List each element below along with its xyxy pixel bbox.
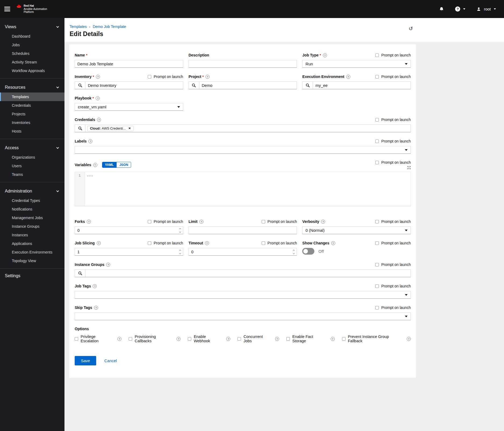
help-icon[interactable]: ? xyxy=(407,337,411,341)
save-button[interactable]: Save xyxy=(75,356,96,365)
stepper-up-icon[interactable] xyxy=(179,228,181,230)
description-input[interactable] xyxy=(189,60,297,68)
editor-content[interactable]: --- xyxy=(85,172,411,206)
execution-environment-input[interactable] xyxy=(313,82,411,89)
show-changes-toggle[interactable] xyxy=(302,248,314,255)
sidebar-section-administration[interactable]: Administration xyxy=(0,186,64,196)
checkbox-icon[interactable] xyxy=(148,220,151,223)
sidebar-item-schedules[interactable]: Schedules xyxy=(0,49,64,58)
limit-input[interactable] xyxy=(189,226,297,234)
checkbox-icon[interactable] xyxy=(375,263,379,266)
checkbox-icon[interactable] xyxy=(148,241,151,245)
inventory-input[interactable] xyxy=(85,82,183,89)
help-icon[interactable]: ? xyxy=(331,337,335,341)
yaml-toggle-button[interactable]: YAML xyxy=(102,162,117,168)
sidebar-item-templates[interactable]: Templates xyxy=(0,92,64,101)
option-privilege-escalation[interactable]: Privilege Escalation ? xyxy=(75,334,121,343)
number-stepper[interactable] xyxy=(293,250,294,254)
prompt-on-launch-checkbox[interactable]: Prompt on launch xyxy=(262,241,297,245)
variables-code-editor[interactable]: 1 --- xyxy=(75,172,411,206)
number-stepper[interactable] xyxy=(179,250,181,254)
help-icon[interactable]: ? xyxy=(106,263,110,267)
name-input[interactable] xyxy=(75,60,183,68)
sidebar-item-projects[interactable]: Projects xyxy=(0,110,64,118)
user-menu-button[interactable]: root xyxy=(477,7,496,11)
search-icon[interactable] xyxy=(303,82,313,89)
timeout-input[interactable] xyxy=(189,248,297,256)
sidebar-item-settings[interactable]: Settings xyxy=(0,268,64,283)
sidebar-item-execution-environments[interactable]: Execution Environments xyxy=(0,248,64,257)
sidebar-item-management-jobs[interactable]: Management Jobs xyxy=(0,213,64,222)
help-icon[interactable]: ? xyxy=(321,220,325,224)
search-icon[interactable] xyxy=(75,270,85,277)
sidebar-item-credential-types[interactable]: Credential Types xyxy=(0,196,64,205)
stepper-down-icon[interactable] xyxy=(179,252,181,254)
help-icon[interactable]: ? xyxy=(346,75,350,79)
stepper-up-icon[interactable] xyxy=(293,250,295,251)
sidebar-item-organizations[interactable]: Organizations xyxy=(0,153,64,162)
stepper-down-icon[interactable] xyxy=(293,252,295,254)
notifications-button[interactable] xyxy=(439,7,444,12)
help-icon[interactable]: ? xyxy=(199,220,203,224)
help-icon[interactable]: ? xyxy=(177,337,181,341)
prompt-on-launch-checkbox[interactable]: Prompt on launch xyxy=(375,305,411,310)
help-icon[interactable]: ? xyxy=(117,337,121,341)
prompt-on-launch-checkbox[interactable]: Prompt on launch xyxy=(148,241,183,245)
prompt-on-launch-checkbox[interactable]: Prompt on launch xyxy=(148,219,183,224)
sidebar-item-applications[interactable]: Applications xyxy=(0,239,64,248)
nav-toggle-icon[interactable] xyxy=(4,7,10,11)
sidebar-item-credentials[interactable]: Credentials xyxy=(0,101,64,110)
breadcrumb-link-templates[interactable]: Templates xyxy=(70,24,87,29)
prompt-on-launch-checkbox[interactable]: Prompt on launch xyxy=(375,74,411,79)
checkbox-icon[interactable] xyxy=(129,337,132,341)
playbook-select[interactable]: create_vm.yaml xyxy=(75,103,183,111)
help-icon[interactable]: ? xyxy=(205,241,209,245)
breadcrumb-link-current[interactable]: Demo Job Template xyxy=(93,24,126,29)
verbosity-select[interactable]: 0 (Normal) xyxy=(302,226,411,234)
instance-groups-input[interactable] xyxy=(85,270,411,277)
sidebar-item-inventories[interactable]: Inventories xyxy=(0,118,64,127)
sidebar-item-instance-groups[interactable]: Instance Groups xyxy=(0,222,64,231)
stepper-down-icon[interactable] xyxy=(179,231,181,233)
sidebar-item-users[interactable]: Users xyxy=(0,162,64,170)
option-enable-webhook[interactable]: Enable Webhook ? xyxy=(188,334,230,343)
search-icon[interactable] xyxy=(75,125,85,132)
sidebar-section-views[interactable]: Views xyxy=(0,22,64,32)
prompt-on-launch-checkbox[interactable]: Prompt on launch xyxy=(375,53,411,57)
help-icon[interactable]: ? xyxy=(275,337,279,341)
checkbox-icon[interactable] xyxy=(286,337,290,341)
checkbox-icon[interactable] xyxy=(262,241,265,245)
history-icon[interactable]: ↺ xyxy=(409,26,413,31)
sidebar-item-jobs[interactable]: Jobs xyxy=(0,41,64,49)
help-icon[interactable]: ? xyxy=(94,306,98,310)
help-icon[interactable]: ? xyxy=(87,220,91,224)
checkbox-icon[interactable] xyxy=(375,54,379,57)
option-concurrent-jobs[interactable]: Concurrent Jobs ? xyxy=(237,334,279,343)
cancel-link[interactable]: Cancel xyxy=(104,358,117,363)
checkbox-icon[interactable] xyxy=(375,118,379,122)
chip-remove-icon[interactable]: ✕ xyxy=(128,127,131,130)
prompt-on-launch-checkbox[interactable]: Prompt on launch xyxy=(375,139,411,143)
help-icon[interactable]: ? xyxy=(97,241,101,245)
option-enable-fact-storage[interactable]: Enable Fact Storage ? xyxy=(286,334,335,343)
prompt-on-launch-checkbox[interactable]: Prompt on launch xyxy=(375,160,411,165)
help-icon[interactable]: ? xyxy=(93,284,97,288)
option-provisioning-callbacks[interactable]: Provisioning Callbacks ? xyxy=(129,334,181,343)
prompt-on-launch-checkbox[interactable]: Prompt on launch xyxy=(375,284,411,288)
sidebar-item-activity-stream[interactable]: Activity Stream xyxy=(0,58,64,66)
stepper-up-icon[interactable] xyxy=(179,250,181,251)
help-icon[interactable]: ? xyxy=(331,241,335,245)
sidebar-item-notifications[interactable]: Notifications xyxy=(0,205,64,213)
help-icon[interactable]: ? xyxy=(226,337,230,341)
help-icon[interactable]: ? xyxy=(97,118,101,122)
job-slicing-input[interactable] xyxy=(75,248,183,256)
prompt-on-launch-checkbox[interactable]: Prompt on launch xyxy=(375,241,411,245)
search-icon[interactable] xyxy=(189,82,199,89)
checkbox-icon[interactable] xyxy=(188,337,191,341)
help-icon[interactable]: ? xyxy=(96,75,100,79)
sidebar-item-hosts[interactable]: Hosts xyxy=(0,127,64,136)
help-icon[interactable]: ? xyxy=(88,139,92,143)
checkbox-icon[interactable] xyxy=(148,75,151,79)
checkbox-icon[interactable] xyxy=(237,337,241,341)
sidebar-section-resources[interactable]: Resources xyxy=(0,82,64,92)
